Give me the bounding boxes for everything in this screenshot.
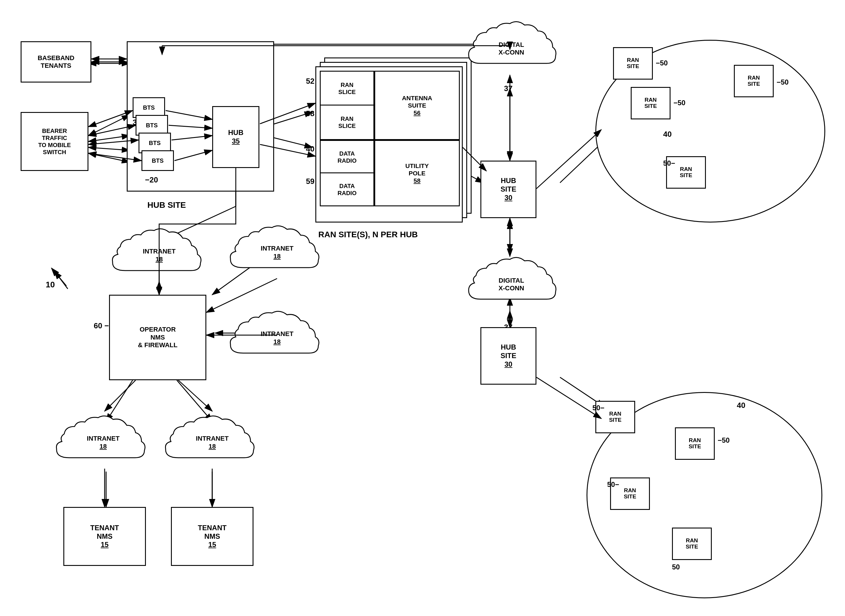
tenant-nms-2-box: TENANTNMS 15 (171, 507, 254, 566)
label-40-ran: 40 (306, 144, 314, 154)
hub-35-box: HUB 35 (212, 106, 260, 168)
label-37-top: 37 (504, 84, 512, 93)
label-50-tr1: −50 (656, 59, 668, 67)
intranet-18-mid-cloud: INTRANET18 (224, 307, 330, 364)
svg-line-5 (88, 115, 130, 136)
ran-site-br-2: RANSITE (675, 427, 715, 460)
ran-site-tr-2: RANSITE (631, 87, 670, 119)
intranet-18-top-cloud: INTRANET18 (106, 224, 212, 282)
data-radio-1-box: DATARADIO (320, 140, 374, 174)
label-50-br4: 50 (672, 563, 680, 571)
ran-site-br-4: RANSITE (672, 528, 712, 560)
ran-slice-1-box: RANSLICE (320, 71, 374, 106)
label-52: 52 (306, 77, 314, 86)
label-60: 60 − (94, 321, 109, 330)
svg-line-34 (51, 268, 66, 286)
hub-site-30-mid-box: HUBSITE 30 (480, 327, 536, 385)
label-40-top-right: 40 (663, 130, 672, 139)
label-50-tr4: 50− (663, 159, 675, 167)
bearer-traffic-box: BEARERTRAFFICTO MOBILESWITCH (21, 112, 88, 171)
label-50-tr2: −50 (673, 99, 685, 107)
label-59: 59 (306, 177, 314, 186)
intranet-18-bot-left-cloud: INTRANET18 (50, 411, 156, 469)
ran-sites-n-per-hub-label: RAN SITE(S), N PER HUB (318, 230, 418, 239)
label-20: −20 (145, 175, 158, 185)
network-diagram: BASEBAND TENANTS BEARERTRAFFICTO MOBILES… (0, 0, 845, 616)
hub-site-left-label: HUB SITE (147, 200, 186, 210)
label-10-arrow (43, 260, 78, 295)
antenna-suite-box: ANTENNASUITE 56 (374, 71, 460, 140)
bts-box-4: BTS (141, 150, 174, 171)
label-58-ran: 58 (306, 109, 314, 118)
data-radio-2-box: DATARADIO (320, 172, 374, 206)
label-50-br1: 50− (593, 404, 604, 412)
tenant-nms-1-box: TENANTNMS 15 (63, 507, 146, 566)
utility-pole-box: UTILITYPOLE 58 (374, 140, 460, 206)
baseband-tenants-box: BASEBAND TENANTS (21, 41, 91, 82)
label-50-br3: 50− (607, 480, 619, 489)
digital-xconn-top-cloud: DIGITALX-CONN (463, 16, 560, 75)
ran-site-tr-1: RANSITE (613, 47, 653, 79)
svg-line-6 (88, 136, 130, 141)
operator-nms-box: OPERATORNMS& FIREWALL (109, 295, 206, 380)
ran-slice-2-box: RANSLICE (320, 105, 374, 140)
digital-xconn-mid-cloud: DIGITALX-CONN (463, 252, 560, 311)
svg-line-7 (88, 147, 130, 150)
svg-line-8 (88, 153, 130, 162)
label-50-br2: −50 (718, 436, 730, 444)
hub-site-30-top-box: HUBSITE 30 (480, 161, 536, 218)
intranet-18-bot-right-cloud: INTRANET18 (159, 411, 265, 469)
ran-site-tr-3: RANSITE (734, 65, 774, 97)
label-40-bot-right: 40 (737, 401, 745, 410)
intranet-18-mid-top-cloud: INTRANET18 (224, 221, 330, 279)
label-50-tr3: −50 (777, 78, 789, 87)
